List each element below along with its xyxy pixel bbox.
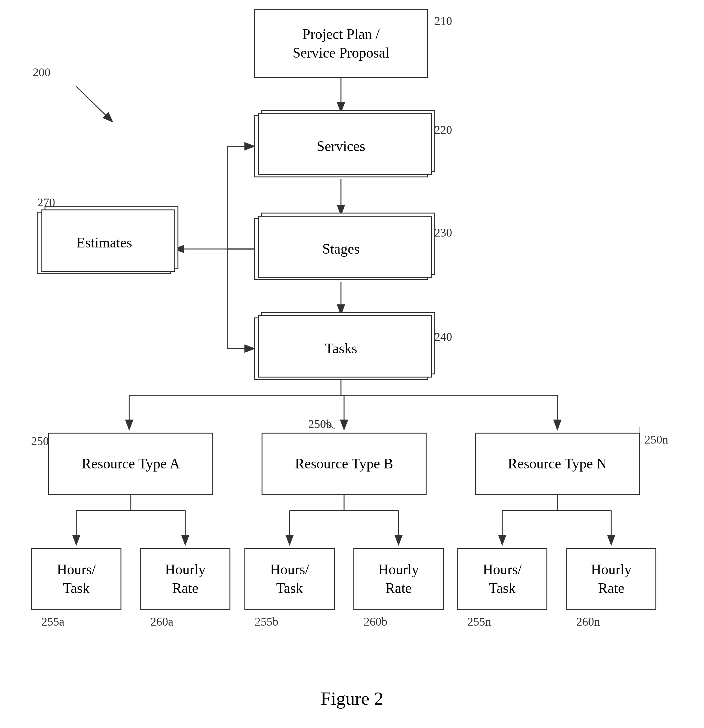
resource-a-node: Resource Type A: [48, 433, 213, 495]
figure-label: Figure 2: [0, 688, 704, 709]
resource-b-label: Resource Type B: [295, 454, 393, 473]
resource-a-label: Resource Type A: [82, 454, 180, 473]
svg-line-35: [76, 87, 112, 121]
project-plan-label: Project Plan / Service Proposal: [293, 25, 389, 62]
stages-node: Stages: [254, 218, 428, 280]
hourly-rate-a-label: Hourly Rate: [165, 560, 205, 598]
ref-200-label: 200: [33, 65, 51, 79]
hourly-rate-n-node: Hourly Rate: [566, 548, 656, 610]
hours-a-label: Hours/ Task: [57, 560, 95, 598]
ref-250n: 250n: [645, 433, 668, 446]
ref-260a: 260a: [150, 615, 173, 628]
ref-250b: 250b: [308, 417, 332, 431]
project-plan-node: Project Plan / Service Proposal: [254, 9, 428, 78]
resource-n-node: Resource Type N: [475, 433, 640, 495]
services-node: Services: [254, 115, 428, 178]
ref-240: 240: [434, 330, 452, 344]
hours-b-label: Hours/ Task: [270, 560, 309, 598]
ref-255n: 255n: [467, 615, 491, 628]
resource-n-label: Resource Type N: [508, 454, 607, 473]
hours-n-label: Hours/ Task: [483, 560, 522, 598]
ref-255a: 255a: [41, 615, 64, 628]
estimates-label: Estimates: [77, 233, 132, 252]
hourly-rate-a-node: Hourly Rate: [140, 548, 230, 610]
services-label: Services: [317, 137, 365, 156]
ref-210: 210: [434, 14, 452, 28]
hours-n-node: Hours/ Task: [457, 548, 547, 610]
tasks-label: Tasks: [325, 339, 357, 358]
ref-255b: 255b: [255, 615, 278, 628]
stages-label: Stages: [322, 240, 360, 259]
hours-a-node: Hours/ Task: [31, 548, 121, 610]
resource-b-node: Resource Type B: [262, 433, 426, 495]
hourly-rate-b-label: Hourly Rate: [378, 560, 419, 598]
tasks-node: Tasks: [254, 318, 428, 380]
hours-b-node: Hours/ Task: [244, 548, 335, 610]
ref-220: 220: [434, 123, 452, 137]
estimates-node: Estimates: [38, 212, 171, 274]
ref-230: 230: [434, 226, 452, 239]
hourly-rate-n-label: Hourly Rate: [591, 560, 632, 598]
ref-260n: 260n: [576, 615, 600, 628]
hourly-rate-b-node: Hourly Rate: [353, 548, 444, 610]
ref-260b: 260b: [364, 615, 387, 628]
